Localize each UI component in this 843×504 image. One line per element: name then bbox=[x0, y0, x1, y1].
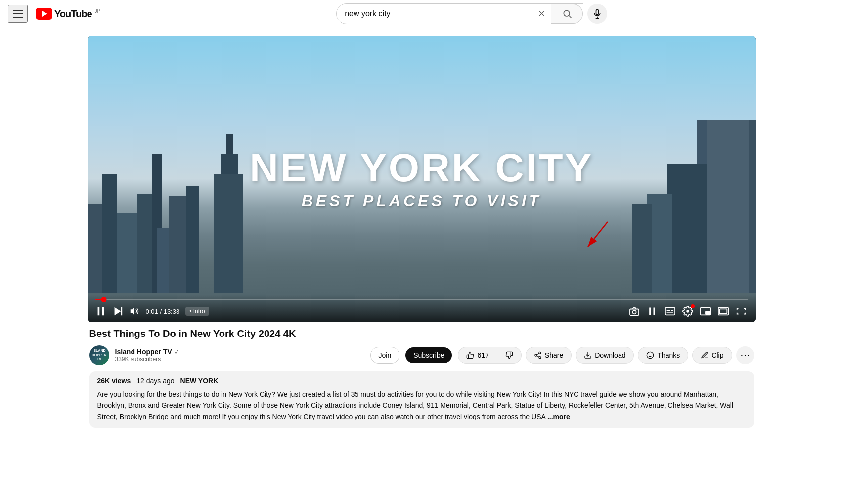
more-options-button[interactable]: ⋯ bbox=[736, 346, 754, 364]
header: YouTube JP ✕ bbox=[0, 0, 843, 28]
progress-dot bbox=[101, 297, 106, 302]
overlay-sub-title: BEST PLACES TO VISIT bbox=[250, 192, 593, 210]
more-link[interactable]: ...more bbox=[547, 413, 570, 420]
channel-name: Island Hopper TV bbox=[115, 348, 172, 356]
pause-button[interactable] bbox=[95, 306, 106, 317]
svg-rect-18 bbox=[665, 308, 674, 315]
svg-line-3 bbox=[569, 16, 571, 18]
channel-avatar: ISLANDHOPPERTV bbox=[89, 345, 109, 365]
pause-small-icon[interactable] bbox=[645, 304, 659, 318]
theater-mode-icon[interactable] bbox=[716, 304, 730, 318]
youtube-logo[interactable]: YouTube JP bbox=[36, 8, 100, 20]
svg-point-15 bbox=[632, 310, 636, 314]
subscriber-count: 339K subscribers bbox=[115, 356, 364, 363]
thanks-label: Thanks bbox=[657, 351, 680, 359]
video-controls: 0:01 / 13:38 • Intro bbox=[88, 295, 756, 322]
svg-rect-16 bbox=[649, 308, 651, 315]
like-dislike-group: 617 bbox=[458, 347, 521, 364]
share-button[interactable]: Share bbox=[526, 347, 572, 364]
volume-button[interactable] bbox=[129, 306, 140, 317]
settings-icon[interactable] bbox=[681, 304, 695, 318]
video-overlay-text: NEW YORK CITY BEST PLACES TO VISIT bbox=[250, 148, 593, 210]
svg-line-30 bbox=[537, 353, 539, 355]
next-button[interactable] bbox=[112, 306, 123, 317]
dislike-button[interactable] bbox=[497, 347, 522, 364]
svg-rect-4 bbox=[596, 10, 599, 15]
main-content: NEW YORK CITY BEST PLACES TO VISIT bbox=[76, 0, 768, 428]
svg-rect-10 bbox=[102, 307, 104, 316]
download-button[interactable]: Download bbox=[576, 347, 634, 364]
time-display: 0:01 / 13:38 bbox=[146, 308, 180, 315]
view-count: 26K views bbox=[97, 377, 131, 385]
progress-bar[interactable] bbox=[95, 299, 748, 300]
svg-point-27 bbox=[535, 354, 537, 356]
menu-button[interactable] bbox=[8, 5, 28, 23]
svg-point-28 bbox=[539, 357, 541, 359]
channel-row: ISLANDHOPPERTV Island Hopper TV ✓ 339K s… bbox=[89, 345, 754, 365]
video-title: Best Things To Do in New York City 2024 … bbox=[89, 328, 754, 339]
channel-info: Island Hopper TV ✓ 339K subscribers bbox=[115, 348, 364, 363]
video-player[interactable]: NEW YORK CITY BEST PLACES TO VISIT bbox=[88, 36, 756, 322]
clip-label: Clip bbox=[711, 351, 723, 359]
captions-icon[interactable] bbox=[663, 304, 677, 318]
download-label: Download bbox=[595, 351, 625, 359]
svg-point-2 bbox=[564, 10, 570, 16]
intro-badge: • Intro bbox=[185, 307, 209, 316]
upload-date: 12 days ago bbox=[136, 377, 174, 385]
svg-rect-25 bbox=[719, 309, 727, 313]
description-meta: 26K views 12 days ago NEW YORK bbox=[97, 377, 746, 385]
verified-icon: ✓ bbox=[174, 348, 180, 356]
search-area: ✕ bbox=[108, 3, 835, 24]
miniplayer-icon[interactable] bbox=[699, 304, 712, 318]
join-button[interactable]: Join bbox=[370, 347, 400, 364]
share-label: Share bbox=[545, 351, 563, 359]
controls-right bbox=[627, 304, 748, 318]
thanks-button[interactable]: Thanks bbox=[638, 347, 688, 364]
search-input[interactable] bbox=[337, 5, 532, 22]
subscribe-button[interactable]: Subscribe bbox=[405, 347, 452, 363]
svg-rect-9 bbox=[97, 307, 99, 316]
voice-search-button[interactable] bbox=[587, 4, 607, 24]
location-tag: NEW YORK bbox=[180, 377, 219, 385]
logo-text: YouTube bbox=[54, 8, 92, 20]
svg-rect-23 bbox=[706, 311, 710, 314]
like-count: 617 bbox=[477, 351, 488, 359]
header-left: YouTube JP bbox=[8, 5, 100, 23]
svg-line-29 bbox=[537, 356, 539, 357]
overlay-main-title: NEW YORK CITY bbox=[250, 148, 593, 188]
svg-rect-17 bbox=[653, 308, 655, 315]
search-submit-button[interactable] bbox=[551, 4, 583, 24]
settings-badge bbox=[691, 304, 695, 308]
svg-rect-12 bbox=[121, 307, 122, 316]
logo-suffix: JP bbox=[95, 8, 101, 14]
svg-point-32 bbox=[647, 352, 654, 358]
video-thumbnail: NEW YORK CITY BEST PLACES TO VISIT bbox=[88, 36, 756, 322]
search-clear-button[interactable]: ✕ bbox=[532, 8, 551, 19]
camera-icon[interactable] bbox=[627, 304, 641, 318]
video-info: Best Things To Do in New York City 2024 … bbox=[88, 328, 756, 428]
svg-marker-11 bbox=[114, 307, 121, 316]
description-box[interactable]: 26K views 12 days ago NEW YORK Are you l… bbox=[89, 371, 754, 428]
svg-marker-13 bbox=[130, 308, 134, 315]
controls-row: 0:01 / 13:38 • Intro bbox=[95, 304, 748, 318]
like-button[interactable]: 617 bbox=[458, 347, 497, 364]
svg-point-26 bbox=[539, 352, 541, 354]
fullscreen-icon[interactable] bbox=[734, 304, 748, 318]
description-text: Are you looking for the best things to d… bbox=[97, 389, 746, 422]
search-box: ✕ bbox=[336, 3, 583, 24]
clip-button[interactable]: Clip bbox=[692, 347, 732, 364]
action-buttons: 617 Share bbox=[458, 346, 754, 364]
channel-name-row: Island Hopper TV ✓ bbox=[115, 348, 364, 356]
